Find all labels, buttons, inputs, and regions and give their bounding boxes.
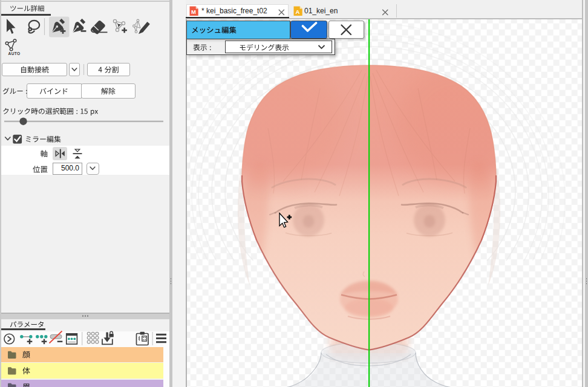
svg-text:M: M xyxy=(191,8,196,15)
svg-text:A: A xyxy=(296,8,300,15)
